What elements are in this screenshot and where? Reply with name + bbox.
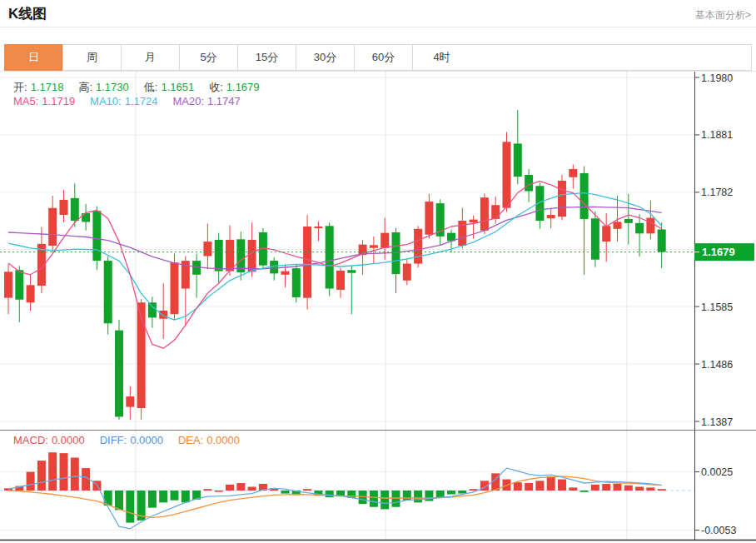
candle-body [414,229,422,264]
tabbar-filler [470,44,752,71]
header-divider [0,27,756,27]
candle-body [215,240,223,272]
macd-bar [226,485,234,491]
candle-body [248,240,256,272]
macd-bar [126,491,134,523]
macd-bar [159,491,167,502]
macd-bar [403,491,411,501]
candle-body [203,242,211,256]
macd-bar [580,491,589,492]
macd-bar [236,483,245,491]
tab-period-5分[interactable]: 5分 [179,44,238,71]
macd-bar [414,491,422,502]
candle-body [380,233,389,248]
macd-bar [525,483,533,491]
candle-body [4,272,12,297]
tab-period-4时[interactable]: 4时 [412,44,471,71]
macd-bar [635,487,644,491]
axis-tick-label: 1.1980 [701,72,733,84]
page-title: K线图 [8,4,47,23]
macd-bar [646,487,654,491]
macd-bar [614,484,622,491]
candle-body [27,285,35,302]
macd-bar [514,482,522,491]
macd-bar [535,481,544,491]
candle-body [614,222,622,228]
candle-body [403,264,411,281]
axis-tick-label: 1.1486 [701,359,733,371]
macd-bar [558,480,566,491]
macd-bar [203,489,211,491]
macd-bar [182,491,190,502]
macd-bar [547,476,555,491]
axis-tick-label: 0.0025 [701,466,733,478]
candle-body [171,262,179,314]
current-price-label: 1.1679 [702,246,735,258]
candle-body [292,268,301,297]
macd-bar [248,487,256,491]
macd-bar [569,487,577,491]
macd-bar [370,491,378,507]
macd-bar [48,452,57,491]
tab-period-60分[interactable]: 60分 [354,44,413,71]
fundamental-analysis-link[interactable]: 基本面分析> [695,8,751,22]
macd-bar [37,461,46,491]
candle-body [15,270,23,300]
candle-body [635,223,644,234]
macd-bar [171,491,179,501]
candle-body [60,200,68,215]
macd-bar [303,489,311,491]
candle-body [558,181,566,217]
macd-bar [392,491,400,507]
candle-body [336,271,345,290]
candle-body [569,169,577,177]
candle-body [159,311,167,319]
candle-body [226,240,234,272]
candle-body [126,396,134,407]
candle-body [115,331,123,417]
current-price-tag: 1.1679 [694,243,754,261]
candle-body [591,218,599,259]
macd-bar [380,491,389,509]
axis-tick-label: 1.1782 [701,187,733,198]
candle-body [624,219,633,223]
candle-body [236,239,245,272]
macd-bar [326,491,334,497]
axis-tick-label: 1.1387 [701,416,733,428]
candle-body [303,227,311,298]
candle-body [270,261,278,273]
candle-body [646,218,654,234]
candle-body [514,143,522,177]
tab-period-15分[interactable]: 15分 [237,44,296,71]
macd-bar [115,491,123,510]
candle-body [480,197,489,231]
candle-body [470,220,478,222]
candle-body [71,198,79,221]
macd-bar [215,491,223,492]
axis-tick-label: 1.1585 [701,301,733,313]
macd-bar [71,458,79,491]
macd-bar [624,486,633,491]
macd-bar [591,485,599,491]
candle-body [104,261,112,323]
tab-period-30分[interactable]: 30分 [296,44,355,71]
axis-tick-label: -0.0053 [701,525,736,536]
macd-bar [447,491,455,494]
candle-body [547,215,555,218]
macd-bar [658,489,666,491]
candle-body [602,226,610,242]
tab-period-月[interactable]: 月 [121,44,180,71]
axis-tick-label: 1.1881 [701,129,733,141]
tab-period-日[interactable]: 日 [4,44,63,71]
macd-bar [27,472,35,491]
candle-body [281,272,290,275]
macd-histogram [4,452,666,522]
macd-bar [458,491,466,494]
macd-bar [148,491,157,508]
chart-canvas[interactable]: 1.19801.18811.17821.15851.14861.13870.00… [0,0,756,543]
tab-period-周[interactable]: 周 [62,44,122,71]
candle-body [326,226,334,288]
candle-body [425,202,433,235]
candle-body [48,208,57,246]
candle-body [92,211,101,261]
